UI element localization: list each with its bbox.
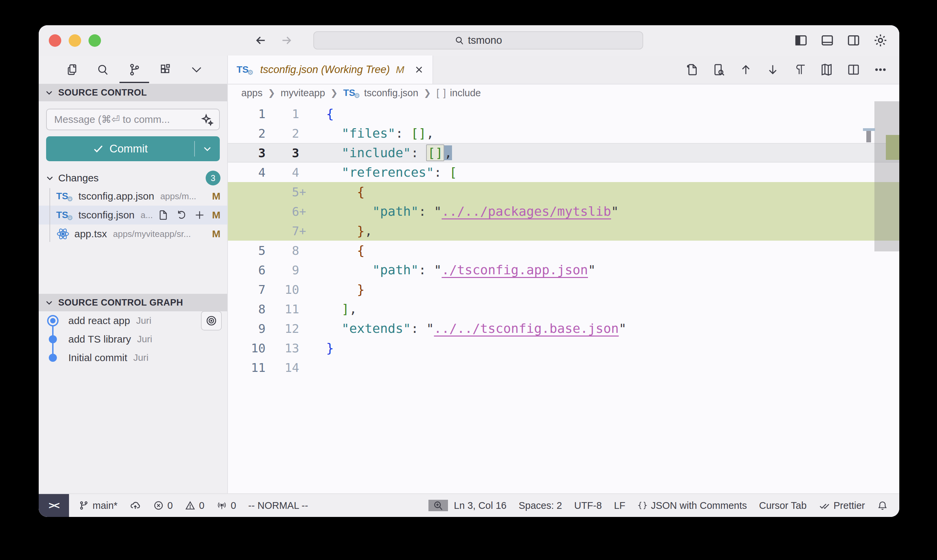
commit-message-input[interactable]	[46, 109, 220, 130]
word-wrap-icon[interactable]	[820, 63, 833, 76]
open-file-icon[interactable]	[157, 209, 169, 221]
scrollbar-thumb[interactable]	[874, 101, 899, 251]
minimize-window-button[interactable]	[69, 34, 81, 47]
tab-tsconfig-working-tree[interactable]: TS⚙ tsconfig.json (Working Tree) M	[228, 55, 433, 84]
source-control-section-header[interactable]: SOURCE CONTROL	[39, 84, 227, 101]
activity-more-views-icon[interactable]	[190, 55, 203, 84]
settings-gear-icon[interactable]	[873, 33, 888, 48]
code-line[interactable]: 1114	[228, 358, 899, 377]
diff-editor[interactable]: 11{22 "files": [],33 "include": [],44 "r…	[228, 101, 899, 493]
code-line[interactable]: 7+ },	[228, 221, 899, 241]
traffic-lights	[39, 34, 228, 47]
source-control-title: SOURCE CONTROL	[58, 88, 147, 98]
statusbar-label: Prettier	[834, 500, 865, 511]
commit-message: add TS library	[68, 334, 131, 345]
statusbar-item-prettier[interactable]: Prettier	[813, 500, 871, 511]
breadcrumb-item-apps[interactable]: apps	[241, 88, 263, 98]
changed-file-row[interactable]: TS⚙tsconfig.jsona...M	[39, 206, 227, 225]
close-icon[interactable]	[414, 64, 425, 75]
statusbar-label: 0	[167, 500, 173, 511]
activity-extensions-icon[interactable]	[159, 55, 172, 84]
file-name: app.tsx	[74, 228, 107, 240]
zoom-window-button[interactable]	[89, 34, 101, 47]
changes-header[interactable]: Changes 3	[39, 169, 227, 187]
goto-history-item-icon	[205, 315, 217, 327]
goto-history-item-icon[interactable]	[201, 311, 222, 331]
activity-source-control-icon[interactable]	[128, 55, 141, 84]
code-line[interactable]: 710 }	[228, 280, 899, 299]
statusbar-item-0[interactable]: 0	[179, 500, 210, 511]
source-control-graph-header[interactable]: SOURCE CONTROL GRAPH	[39, 294, 227, 311]
breadcrumb-item-myviteapp[interactable]: myviteapp	[281, 88, 325, 98]
commit-label: Commit	[109, 142, 148, 155]
cloud-upload-icon	[129, 500, 141, 511]
stage-icon[interactable]	[194, 209, 205, 221]
code-line[interactable]: 58 {	[228, 241, 899, 260]
command-center-search[interactable]: tsmono	[313, 31, 643, 49]
breadcrumb-label: myviteapp	[281, 88, 325, 98]
changed-file-row[interactable]: TS⚙tsconfig.app.jsonapps/m...M	[39, 187, 227, 206]
back-icon[interactable]	[254, 34, 268, 47]
commit-row[interactable]: add react appJuri	[39, 311, 227, 330]
more-actions-icon[interactable]	[874, 63, 887, 76]
code-line[interactable]: 11{	[228, 104, 899, 123]
statusbar-item-0[interactable]: 0	[210, 500, 242, 511]
split-editor-icon[interactable]	[847, 63, 860, 76]
toggle-primary-sidebar-icon[interactable]	[794, 34, 808, 47]
code-line[interactable]: 44 "references": [	[228, 163, 899, 182]
breadcrumb-item-include[interactable]: [ ]include	[437, 88, 481, 98]
breadcrumb-item-tsconfig.json[interactable]: TS⚙tsconfig.json	[343, 88, 418, 98]
commit-dropdown-button[interactable]	[195, 144, 220, 154]
forward-icon[interactable]	[280, 34, 293, 47]
commit-graph-list: add react appJuriadd TS libraryJuriIniti…	[39, 311, 227, 367]
statusbar-item[interactable]	[428, 500, 448, 511]
statusbar-item-ln-3-col-16[interactable]: Ln 3, Col 16	[448, 500, 512, 511]
statusbar-item-main-[interactable]: main*	[72, 500, 123, 511]
original-line-number: 1	[228, 107, 266, 121]
whitespace-icon[interactable]	[793, 63, 806, 76]
statusbar-label: 0	[231, 500, 236, 511]
code-line[interactable]: 6+ "path": "../../packages/mytslib"	[228, 202, 899, 221]
selection-marker	[866, 131, 871, 142]
next-change-icon[interactable]	[766, 63, 780, 76]
sparkle-icon[interactable]	[200, 113, 214, 127]
code-line[interactable]: 811 ],	[228, 299, 899, 319]
activity-search-icon[interactable]	[97, 55, 109, 84]
close-window-button[interactable]	[49, 34, 61, 47]
previous-change-icon[interactable]	[739, 63, 752, 76]
modified-line-number: 3	[266, 146, 299, 160]
toggle-panel-icon[interactable]	[820, 34, 834, 47]
toggle-secondary-sidebar-icon[interactable]	[847, 34, 860, 47]
statusbar-item-json-with-comments[interactable]: JSON with Comments	[631, 500, 753, 511]
go-to-file-icon[interactable]	[712, 63, 726, 76]
commit-row[interactable]: add TS libraryJuri	[39, 330, 227, 348]
open-changes-icon[interactable]	[685, 63, 699, 76]
added-line-marker: +	[299, 205, 311, 218]
activity-explorer-icon[interactable]	[66, 55, 78, 84]
code-line[interactable]: 22 "files": [],	[228, 123, 899, 143]
code-line[interactable]: 912 "extends": "../../tsconfig.base.json…	[228, 319, 899, 338]
changes-count-badge: 3	[206, 171, 220, 185]
added-line-marker: +	[299, 224, 311, 238]
code-line[interactable]: 33 "include": [],	[228, 143, 899, 163]
statusbar-item-0[interactable]: 0	[147, 500, 179, 511]
statusbar-item[interactable]	[871, 500, 894, 511]
statusbar-item-utf-8[interactable]: UTF-8	[568, 500, 608, 511]
statusbar-item-cursor-tab[interactable]: Cursor Tab	[753, 500, 812, 511]
commit-button[interactable]: Commit	[46, 136, 220, 161]
statusbar-item-lf[interactable]: LF	[608, 500, 631, 511]
code-text: {	[326, 106, 334, 121]
statusbar-item--normal-[interactable]: -- NORMAL --	[242, 500, 314, 511]
commit-row[interactable]: Initial commitJuri	[39, 348, 227, 367]
remote-indicator[interactable]: ><	[39, 494, 69, 517]
branch-icon	[78, 500, 89, 511]
discard-icon[interactable]	[176, 209, 187, 221]
changed-file-row[interactable]: app.tsxapps/myviteapp/sr...M	[39, 225, 227, 243]
code-line[interactable]: 1013}	[228, 338, 899, 358]
statusbar-item[interactable]	[123, 500, 147, 511]
statusbar-item-spaces-2[interactable]: Spaces: 2	[512, 500, 568, 511]
code-line[interactable]: 69 "path": "./tsconfig.app.json"	[228, 260, 899, 280]
original-line-number: 2	[228, 126, 266, 140]
code-line[interactable]: 5+ {	[228, 182, 899, 202]
code-text: "include": [],	[326, 145, 452, 160]
